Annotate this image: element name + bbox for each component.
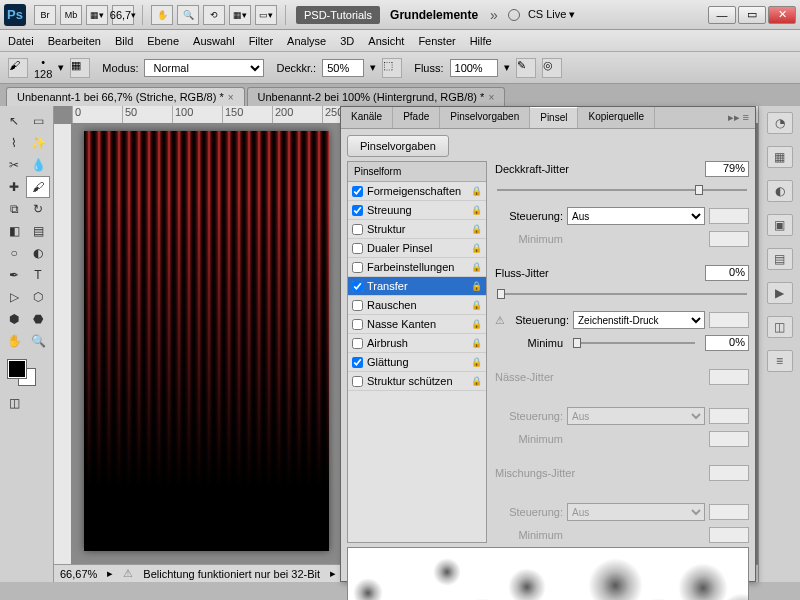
minibridge-button[interactable]: Mb <box>60 5 82 25</box>
menu-item[interactable]: Auswahl <box>193 35 235 47</box>
marquee-tool[interactable]: ▭ <box>26 110 50 132</box>
quickmask-toggle[interactable]: ◫ <box>2 392 26 414</box>
hand-tool[interactable]: ✋ <box>2 330 26 352</box>
workspace-tutorials[interactable]: PSD-Tutorials <box>296 6 380 24</box>
opacity-jitter-value[interactable]: 79% <box>705 161 749 177</box>
panel-tab[interactable]: Kopierquelle <box>578 107 655 128</box>
brush-tool-icon[interactable]: 🖌 <box>8 58 28 78</box>
shape-tool[interactable]: ⬡ <box>26 286 50 308</box>
brush-option-row[interactable]: Struktur schützen🔒 <box>348 372 486 391</box>
dodge-tool[interactable]: ◐ <box>26 242 50 264</box>
eraser-tool[interactable]: ◧ <box>2 220 26 242</box>
menu-item[interactable]: Ebene <box>147 35 179 47</box>
brush-option-checkbox[interactable] <box>352 224 363 235</box>
zoom-dropdown[interactable]: 66,7 ▾ <box>112 5 134 25</box>
flow-min-slider[interactable] <box>573 336 695 350</box>
brush-option-checkbox[interactable] <box>352 243 363 254</box>
eyedropper-tool[interactable]: 💧 <box>26 154 50 176</box>
menu-item[interactable]: Filter <box>249 35 273 47</box>
panel-tab[interactable]: Pinsel <box>530 107 578 128</box>
brush-option-checkbox[interactable] <box>352 186 363 197</box>
brush-option-row[interactable]: Farbeinstellungen🔒 <box>348 258 486 277</box>
brush-tool[interactable]: 🖌 <box>26 176 50 198</box>
info-panel-icon[interactable]: ◫ <box>767 316 793 338</box>
brush-option-row[interactable]: Struktur🔒 <box>348 220 486 239</box>
airbrush-icon[interactable]: ✎ <box>516 58 536 78</box>
menu-item[interactable]: Ansicht <box>368 35 404 47</box>
brush-option-row[interactable]: Streuung🔒 <box>348 201 486 220</box>
panel-tab[interactable]: Pfade <box>393 107 440 128</box>
panel-tab[interactable]: Kanäle <box>341 107 393 128</box>
type-tool[interactable]: T <box>26 264 50 286</box>
brush-option-row[interactable]: Rauschen🔒 <box>348 296 486 315</box>
lock-icon[interactable]: 🔒 <box>471 376 482 386</box>
brush-option-row[interactable]: Formeigenschaften🔒 <box>348 182 486 201</box>
flow-jitter-slider[interactable] <box>497 287 747 301</box>
brush-option-checkbox[interactable] <box>352 262 363 273</box>
close-icon[interactable]: × <box>488 92 494 103</box>
close-icon[interactable]: × <box>228 92 234 103</box>
color-swatches[interactable] <box>2 358 51 388</box>
document-tab[interactable]: Unbenannt-1 bei 66,7% (Striche, RGB/8) *… <box>6 87 245 106</box>
brush-option-row[interactable]: Glättung🔒 <box>348 353 486 372</box>
lock-icon[interactable]: 🔒 <box>471 224 482 234</box>
panel-tab[interactable]: Pinselvorgaben <box>440 107 530 128</box>
opacity-control-select[interactable]: Aus <box>567 207 705 225</box>
canvas[interactable] <box>84 131 329 551</box>
history-brush-tool[interactable]: ↻ <box>26 198 50 220</box>
cslive-button[interactable]: CS Live ▾ <box>528 8 576 21</box>
lock-icon[interactable]: 🔒 <box>471 357 482 367</box>
color-panel-icon[interactable]: ◔ <box>767 112 793 134</box>
pen-tool[interactable]: ✒ <box>2 264 26 286</box>
wand-tool[interactable]: ✨ <box>26 132 50 154</box>
document-tab[interactable]: Unbenannt-2 bei 100% (Hintergrund, RGB/8… <box>247 87 506 106</box>
swatches-panel-icon[interactable]: ▦ <box>767 146 793 168</box>
brush-tip-shape[interactable]: Pinselform <box>348 162 486 182</box>
bridge-button[interactable]: Br <box>34 5 56 25</box>
minimize-button[interactable]: — <box>708 6 736 24</box>
menu-item[interactable]: Datei <box>8 35 34 47</box>
gradient-tool[interactable]: ▤ <box>26 220 50 242</box>
zoom-tool[interactable]: 🔍 <box>177 5 199 25</box>
menu-item[interactable]: 3D <box>340 35 354 47</box>
lock-icon[interactable]: 🔒 <box>471 281 482 291</box>
lock-icon[interactable]: 🔒 <box>471 319 482 329</box>
masks-panel-icon[interactable]: ▣ <box>767 214 793 236</box>
brush-option-checkbox[interactable] <box>352 376 363 387</box>
brush-option-row[interactable]: Nasse Kanten🔒 <box>348 315 486 334</box>
lock-icon[interactable]: 🔒 <box>471 205 482 215</box>
brush-option-checkbox[interactable] <box>352 300 363 311</box>
lasso-tool[interactable]: ⌇ <box>2 132 26 154</box>
brush-option-checkbox[interactable] <box>352 281 363 292</box>
path-tool[interactable]: ▷ <box>2 286 26 308</box>
brush-option-checkbox[interactable] <box>352 357 363 368</box>
status-zoom[interactable]: 66,67% <box>60 568 97 580</box>
size-pressure-icon[interactable]: ◎ <box>542 58 562 78</box>
lock-icon[interactable]: 🔒 <box>471 243 482 253</box>
heal-tool[interactable]: ✚ <box>2 176 26 198</box>
menu-item[interactable]: Bild <box>115 35 133 47</box>
brush-option-checkbox[interactable] <box>352 319 363 330</box>
rotate-tool[interactable]: ⟲ <box>203 5 225 25</box>
brush-option-row[interactable]: Airbrush🔒 <box>348 334 486 353</box>
menu-item[interactable]: Bearbeiten <box>48 35 101 47</box>
lock-icon[interactable]: 🔒 <box>471 186 482 196</box>
camera-tool[interactable]: ⬣ <box>26 308 50 330</box>
brush-presets-button[interactable]: Pinselvorgaben <box>347 135 449 157</box>
crop-tool[interactable]: ✂ <box>2 154 26 176</box>
extras-button[interactable]: ▦▾ <box>86 5 108 25</box>
history-panel-icon[interactable]: ≡ <box>767 350 793 372</box>
flow-min-value[interactable]: 0% <box>705 335 749 351</box>
stamp-tool[interactable]: ⧉ <box>2 198 26 220</box>
brush-panel-toggle[interactable]: ▦ <box>70 58 90 78</box>
adjustments-panel-icon[interactable]: ◐ <box>767 180 793 202</box>
move-tool[interactable]: ↖ <box>2 110 26 132</box>
hand-tool[interactable]: ✋ <box>151 5 173 25</box>
layers-panel-icon[interactable]: ▤ <box>767 248 793 270</box>
brush-option-row[interactable]: Transfer🔒 <box>348 277 486 296</box>
zoom-tool[interactable]: 🔍 <box>26 330 50 352</box>
screenmode-button[interactable]: ▭▾ <box>255 5 277 25</box>
lock-icon[interactable]: 🔒 <box>471 300 482 310</box>
mode-select[interactable]: Normal <box>144 59 264 77</box>
blur-tool[interactable]: ○ <box>2 242 26 264</box>
